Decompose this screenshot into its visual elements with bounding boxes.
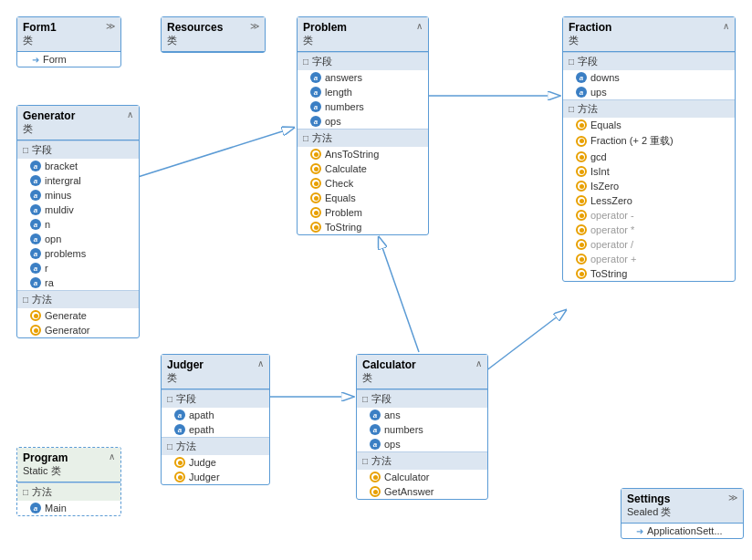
form1-icon-collapse[interactable]: ≫ xyxy=(106,21,115,31)
problem-field-length: length xyxy=(298,85,428,99)
judger-method-judge-icon xyxy=(174,457,185,468)
fraction-method-fraction: Fraction (+ 2 重载) xyxy=(563,132,735,150)
calculator-fields-label: 字段 xyxy=(371,392,392,406)
fraction-header: Fraction 类 ∧ xyxy=(563,17,735,52)
problem-icons: ∧ xyxy=(416,21,423,31)
generator-icon-collapse[interactable]: ∧ xyxy=(127,109,133,119)
gen-field-opn-text: opn xyxy=(45,233,61,244)
gen-method-generator: Generator xyxy=(17,323,139,337)
fraction-method-op-div-text: operator / xyxy=(590,239,633,250)
fraction-icons: ∧ xyxy=(723,21,729,31)
problem-method-calculate-icon xyxy=(310,163,321,174)
judger-field-apath-text: apath xyxy=(189,410,214,420)
problem-field-answers-icon xyxy=(310,72,321,83)
diagram-canvas: Form1 类 ≫ ➜ Form Resources 类 ≫ Pro xyxy=(0,0,752,560)
judger-field-epath-text: epath xyxy=(189,424,214,435)
calc-field-numbers: numbers xyxy=(357,422,487,437)
calculator-fields-collapse[interactable]: □ xyxy=(362,394,368,404)
gen-field-problems-icon xyxy=(30,248,41,259)
fraction-icon-collapse[interactable]: ∧ xyxy=(723,21,729,31)
problem-title: Problem xyxy=(303,21,347,34)
problem-header: Problem 类 ∧ xyxy=(298,17,428,52)
fraction-method-equals-icon xyxy=(576,119,587,130)
settings-subtitle: Sealed 类 xyxy=(627,505,671,519)
program-icon-collapse[interactable]: ∧ xyxy=(109,451,115,461)
calc-method-getanswer: GetAnswer xyxy=(357,484,487,499)
calculator-icon-collapse[interactable]: ∧ xyxy=(475,358,482,368)
judger-box: Judger 类 ∧ □ 字段 apath epath □ 方法 Judge xyxy=(161,354,270,485)
problem-field-answers: answers xyxy=(298,70,428,85)
form1-inherit: ➜ Form xyxy=(17,52,120,67)
fraction-field-ups: ups xyxy=(563,85,735,99)
fraction-method-op-div-icon xyxy=(576,239,587,250)
fraction-fields-label: 字段 xyxy=(578,55,598,68)
gen-method-generate: Generate xyxy=(17,308,139,323)
settings-icon-collapse[interactable]: ≫ xyxy=(728,493,737,503)
program-methods-header: □ 方法 xyxy=(17,482,120,501)
fraction-method-op-plus-text: operator + xyxy=(590,254,636,264)
gen-field-n-text: n xyxy=(45,219,50,230)
gen-field-intergral-text: intergral xyxy=(45,175,81,186)
judger-fields-collapse[interactable]: □ xyxy=(167,394,172,404)
problem-methods-collapse[interactable]: □ xyxy=(303,133,308,143)
settings-title: Settings xyxy=(627,493,671,505)
gen-field-problems-text: problems xyxy=(45,248,86,259)
generator-subtitle: 类 xyxy=(23,122,75,136)
calculator-header: Calculator 类 ∧ xyxy=(357,355,487,389)
resources-title: Resources xyxy=(167,21,223,34)
fraction-title: Fraction xyxy=(569,21,611,34)
settings-icons: ≫ xyxy=(728,493,737,503)
fraction-field-ups-icon xyxy=(576,87,587,98)
fraction-methods-collapse[interactable]: □ xyxy=(569,104,574,114)
problem-method-tostring-icon xyxy=(310,222,321,233)
problem-method-tostring: ToString xyxy=(298,220,428,234)
fraction-methods-label: 方法 xyxy=(578,102,598,116)
gen-field-r-text: r xyxy=(45,263,48,274)
fraction-method-op-mul-icon xyxy=(576,224,587,235)
fraction-method-iszero-icon xyxy=(576,181,587,192)
problem-icon-collapse[interactable]: ∧ xyxy=(416,21,423,31)
problem-subtitle: 类 xyxy=(303,34,347,47)
judger-fields-label: 字段 xyxy=(176,392,196,406)
judger-method-judger-text: Judger xyxy=(189,472,220,482)
fraction-method-equals: Equals xyxy=(563,118,735,132)
problem-method-calculate-text: Calculate xyxy=(325,163,367,174)
form1-title: Form1 xyxy=(23,21,57,34)
gen-field-bracket: bracket xyxy=(17,159,139,173)
resources-icon-collapse[interactable]: ≫ xyxy=(250,21,259,31)
fraction-subtitle: 类 xyxy=(569,34,611,47)
problem-field-ops-text: ops xyxy=(325,116,341,127)
judger-subtitle: 类 xyxy=(167,371,204,385)
form1-box: Form1 类 ≫ ➜ Form xyxy=(16,16,121,67)
problem-method-tostring-text: ToString xyxy=(325,222,361,233)
fraction-method-lesszero: LessZero xyxy=(563,193,735,208)
gen-field-opn: opn xyxy=(17,232,139,246)
problem-field-ops-icon xyxy=(310,116,321,127)
gen-method-generate-icon xyxy=(30,310,41,321)
program-methods-collapse[interactable]: □ xyxy=(23,487,28,497)
gen-field-muldiv-text: muldiv xyxy=(45,204,74,215)
calculator-methods-collapse[interactable]: □ xyxy=(362,456,368,466)
problem-fields-collapse[interactable]: □ xyxy=(303,57,308,67)
fraction-field-downs-icon xyxy=(576,72,587,83)
judger-icon-collapse[interactable]: ∧ xyxy=(257,358,264,368)
calculator-box: Calculator 类 ∧ □ 字段 ans numbers ops □ 方法 xyxy=(356,354,488,500)
svg-line-5 xyxy=(135,128,294,178)
svg-line-8 xyxy=(482,310,566,374)
problem-method-problem-text: Problem xyxy=(325,207,362,218)
fraction-method-isint-text: IsInt xyxy=(590,166,610,177)
fraction-method-tostring: ToString xyxy=(563,266,735,281)
gen-field-n-icon xyxy=(30,219,41,230)
generator-methods-collapse[interactable]: □ xyxy=(23,295,28,305)
problem-methods-header: □ 方法 xyxy=(298,129,428,147)
calc-field-ans-text: ans xyxy=(384,410,401,420)
gen-field-opn-icon xyxy=(30,233,41,244)
judger-methods-collapse[interactable]: □ xyxy=(167,441,172,451)
generator-fields-collapse[interactable]: □ xyxy=(23,145,28,155)
judger-field-epath-icon xyxy=(174,424,185,435)
fraction-fields-collapse[interactable]: □ xyxy=(569,57,574,67)
calculator-methods-label: 方法 xyxy=(371,454,392,468)
problem-field-answers-text: answers xyxy=(325,72,362,83)
gen-field-muldiv-icon xyxy=(30,204,41,215)
judger-method-judge: Judge xyxy=(162,455,269,470)
